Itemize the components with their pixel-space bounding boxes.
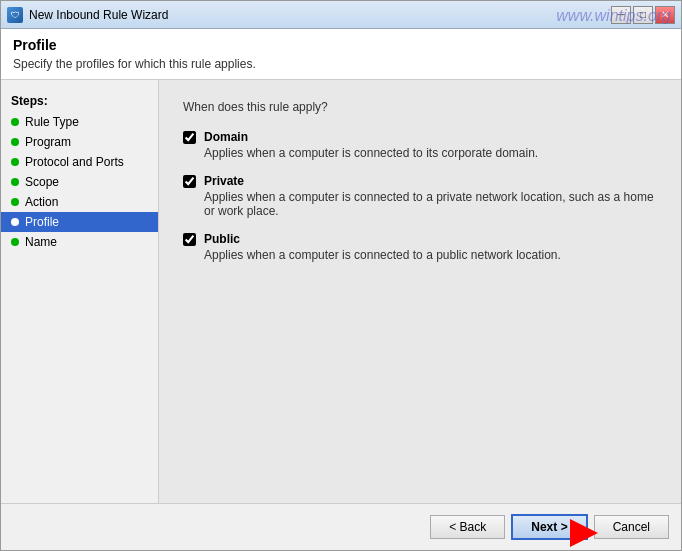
dot-scope bbox=[11, 178, 19, 186]
sidebar-item-rule-type[interactable]: Rule Type bbox=[1, 112, 158, 132]
sidebar-item-name[interactable]: Name bbox=[1, 232, 158, 252]
option-private-desc: Applies when a computer is connected to … bbox=[204, 190, 657, 218]
header: Profile Specify the profiles for which t… bbox=[1, 29, 681, 80]
sidebar-item-action[interactable]: Action bbox=[1, 192, 158, 212]
sidebar-item-profile[interactable]: Profile bbox=[1, 212, 158, 232]
sidebar-label-name: Name bbox=[25, 235, 57, 249]
option-public-label: Public bbox=[204, 232, 561, 246]
checkbox-private[interactable] bbox=[183, 175, 196, 188]
page-title: Profile bbox=[13, 37, 669, 53]
next-arrow-indicator bbox=[570, 519, 598, 547]
svg-marker-0 bbox=[570, 519, 598, 547]
option-domain-label: Domain bbox=[204, 130, 538, 144]
title-bar: 🛡 New Inbound Rule Wizard ─ □ ✕ bbox=[1, 1, 681, 29]
question-text: When does this rule apply? bbox=[183, 100, 657, 114]
sidebar: Steps: Rule Type Program Protocol and Po… bbox=[1, 80, 159, 503]
sidebar-label-action: Action bbox=[25, 195, 58, 209]
sidebar-label-profile: Profile bbox=[25, 215, 59, 229]
sidebar-label-rule-type: Rule Type bbox=[25, 115, 79, 129]
sidebar-label-protocol-ports: Protocol and Ports bbox=[25, 155, 124, 169]
dot-rule-type bbox=[11, 118, 19, 126]
steps-label: Steps: bbox=[1, 90, 158, 112]
checkbox-domain[interactable] bbox=[183, 131, 196, 144]
dot-name bbox=[11, 238, 19, 246]
main-panel: When does this rule apply? Domain Applie… bbox=[159, 80, 681, 503]
cancel-button[interactable]: Cancel bbox=[594, 515, 669, 539]
sidebar-label-scope: Scope bbox=[25, 175, 59, 189]
footer: < Back Next > Cancel bbox=[1, 503, 681, 550]
option-public-desc: Applies when a computer is connected to … bbox=[204, 248, 561, 262]
wizard-window: www.wintips.org 🛡 New Inbound Rule Wizar… bbox=[0, 0, 682, 551]
title-buttons: ─ □ ✕ bbox=[611, 6, 675, 24]
option-public: Public Applies when a computer is connec… bbox=[183, 232, 657, 262]
close-button[interactable]: ✕ bbox=[655, 6, 675, 24]
back-button[interactable]: < Back bbox=[430, 515, 505, 539]
sidebar-label-program: Program bbox=[25, 135, 71, 149]
option-private-label: Private bbox=[204, 174, 657, 188]
content-area: Steps: Rule Type Program Protocol and Po… bbox=[1, 80, 681, 503]
page-subtitle: Specify the profiles for which this rule… bbox=[13, 57, 669, 71]
dot-profile bbox=[11, 218, 19, 226]
option-domain-desc: Applies when a computer is connected to … bbox=[204, 146, 538, 160]
option-private-text: Private Applies when a computer is conne… bbox=[204, 174, 657, 218]
sidebar-item-program[interactable]: Program bbox=[1, 132, 158, 152]
option-public-text: Public Applies when a computer is connec… bbox=[204, 232, 561, 262]
options-group: Domain Applies when a computer is connec… bbox=[183, 130, 657, 262]
option-domain-text: Domain Applies when a computer is connec… bbox=[204, 130, 538, 160]
dot-protocol-ports bbox=[11, 158, 19, 166]
checkbox-public[interactable] bbox=[183, 233, 196, 246]
option-domain: Domain Applies when a computer is connec… bbox=[183, 130, 657, 160]
dot-program bbox=[11, 138, 19, 146]
sidebar-item-protocol-ports[interactable]: Protocol and Ports bbox=[1, 152, 158, 172]
title-icon: 🛡 bbox=[7, 7, 23, 23]
option-private: Private Applies when a computer is conne… bbox=[183, 174, 657, 218]
dot-action bbox=[11, 198, 19, 206]
minimize-button[interactable]: ─ bbox=[611, 6, 631, 24]
maximize-button[interactable]: □ bbox=[633, 6, 653, 24]
title-text: New Inbound Rule Wizard bbox=[29, 8, 611, 22]
sidebar-item-scope[interactable]: Scope bbox=[1, 172, 158, 192]
